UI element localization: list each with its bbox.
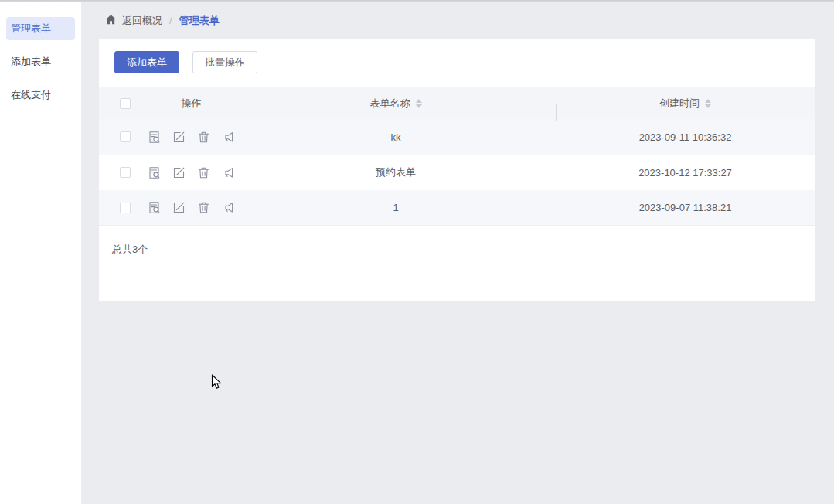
breadcrumb-current: 管理表单 xyxy=(179,14,220,28)
header-created-time-label: 创建时间 xyxy=(659,97,700,111)
sidebar-item-manage-forms[interactable]: 管理表单 xyxy=(6,17,75,40)
row-checkbox[interactable] xyxy=(120,131,131,142)
created-time-cell: 2023-10-12 17:33:27 xyxy=(556,167,815,179)
header-form-name[interactable]: 表单名称 xyxy=(236,97,556,111)
breadcrumb-back-link[interactable]: 返回概况 xyxy=(122,14,162,28)
forms-panel: 添加表单 批量操作 操作 表单名称 创建时间 xyxy=(99,39,815,301)
sort-icons-name[interactable] xyxy=(416,99,422,108)
form-name-cell: 预约表单 xyxy=(236,165,556,179)
sort-icons-created[interactable] xyxy=(705,99,711,108)
edit-icon[interactable] xyxy=(172,131,186,144)
add-form-button[interactable]: 添加表单 xyxy=(114,51,179,73)
toolbar: 添加表单 批量操作 xyxy=(99,39,815,73)
header-created-time[interactable]: 创建时间 xyxy=(556,97,815,111)
table-row: kk 2023-09-11 10:36:32 xyxy=(99,119,815,155)
announce-icon[interactable] xyxy=(222,201,235,214)
sidebar-item-label: 添加表单 xyxy=(11,55,51,69)
total-count: 总共3个 xyxy=(99,226,815,257)
row-checkbox[interactable] xyxy=(120,167,131,178)
header-checkbox-cell xyxy=(99,98,147,109)
row-checkbox[interactable] xyxy=(120,203,131,213)
top-divider xyxy=(0,0,834,2)
created-time-cell: 2023-09-07 11:38:21 xyxy=(556,202,815,213)
breadcrumb-separator: / xyxy=(169,15,172,26)
main-area: 返回概况 / 管理表单 添加表单 批量操作 操作 表单名称 创建时 xyxy=(82,2,834,504)
sidebar-item-add-form[interactable]: 添加表单 xyxy=(6,50,75,73)
row-actions xyxy=(147,166,236,179)
home-icon[interactable] xyxy=(105,14,117,26)
sidebar-item-online-payment[interactable]: 在线支付 xyxy=(6,83,75,107)
sidebar: 管理表单 添加表单 在线支付 xyxy=(0,2,82,504)
view-icon[interactable] xyxy=(148,166,161,179)
row-checkbox-cell xyxy=(99,131,147,142)
row-checkbox-cell xyxy=(99,167,147,178)
announce-icon[interactable] xyxy=(222,166,235,179)
table-header-row: 操作 表单名称 创建时间 xyxy=(99,87,815,119)
form-name-cell: 1 xyxy=(236,202,556,213)
row-actions xyxy=(147,131,236,144)
view-icon[interactable] xyxy=(148,131,161,144)
delete-icon[interactable] xyxy=(197,166,210,179)
batch-operations-button[interactable]: 批量操作 xyxy=(192,51,257,73)
created-time-cell: 2023-09-11 10:36:32 xyxy=(556,131,815,143)
view-icon[interactable] xyxy=(148,201,161,214)
form-name-cell: kk xyxy=(236,131,556,143)
delete-icon[interactable] xyxy=(197,131,210,144)
header-operation-label: 操作 xyxy=(182,97,202,111)
edit-icon[interactable] xyxy=(172,166,186,179)
edit-icon[interactable] xyxy=(172,201,186,214)
table-row: 1 2023-09-07 11:38:21 xyxy=(99,190,815,226)
sidebar-item-label: 在线支付 xyxy=(11,88,51,102)
row-actions xyxy=(147,201,236,214)
forms-table: 操作 表单名称 创建时间 xyxy=(99,87,815,226)
delete-icon[interactable] xyxy=(197,201,210,214)
select-all-checkbox[interactable] xyxy=(120,98,131,109)
table-row: 预约表单 2023-10-12 17:33:27 xyxy=(99,155,815,190)
header-operation: 操作 xyxy=(147,97,236,111)
sidebar-item-label: 管理表单 xyxy=(11,22,51,36)
header-form-name-label: 表单名称 xyxy=(370,97,410,111)
announce-icon[interactable] xyxy=(222,131,235,144)
breadcrumb: 返回概况 / 管理表单 xyxy=(82,2,834,39)
row-checkbox-cell xyxy=(99,203,147,213)
